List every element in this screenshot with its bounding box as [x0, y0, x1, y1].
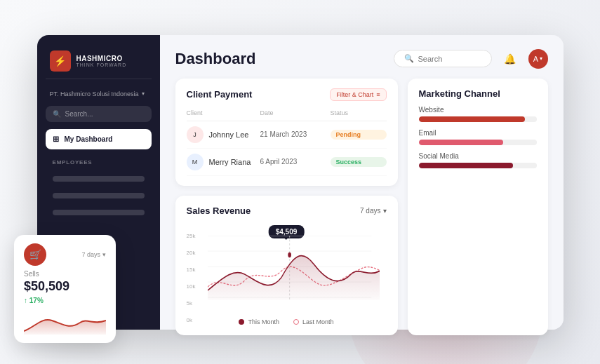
chart-legend: This Month Last Month — [187, 318, 387, 325]
nav-placeholder-3 — [53, 210, 145, 215]
marketing-header: Marketing Channel — [419, 88, 537, 99]
sales-revenue-card: Sales Revenue 7 days ▾ $4,509 — [175, 196, 398, 335]
search-icon: 🔍 — [404, 54, 414, 63]
notifications-button[interactable]: 🔔 — [500, 49, 520, 69]
channel-website-bar-bg — [419, 116, 537, 122]
client-payment-title: Client Payment — [187, 89, 253, 100]
mobile-mini-chart — [24, 310, 106, 335]
filter-chart-button[interactable]: Filter & Chart ≡ — [330, 88, 386, 101]
revenue-title: Sales Revenue — [187, 205, 251, 216]
nav-placeholder-2 — [53, 193, 145, 198]
date-1: 21 March 2023 — [260, 130, 331, 138]
logo-sub: THINK FORWARD — [76, 62, 127, 67]
logo-area: ⚡ HASHMICRO THINK FORWARD — [46, 48, 152, 79]
sidebar-search[interactable]: 🔍 Search... — [46, 106, 152, 122]
mobile-period: 7 days ▾ — [81, 251, 106, 258]
logo-text-area: HASHMICRO THINK FORWARD — [76, 55, 127, 67]
nav-section-employees: EMPLOYEES — [46, 156, 152, 167]
dashboard-wrapper: ⚡ HASHMICRO THINK FORWARD PT. Hashmicro … — [37, 35, 564, 330]
channel-email: Email — [419, 129, 537, 145]
client-cell-1: J Johnny Lee — [187, 126, 260, 143]
scene: 🛒 7 days ▾ Sells $50,509 ↑ 17% — [0, 0, 600, 364]
mobile-label: Sells — [24, 270, 106, 278]
table-row: J Johnny Lee 21 March 2023 Pending — [187, 121, 387, 149]
client-payment-header: Client Payment Filter & Chart ≡ — [187, 88, 387, 101]
channel-email-bar — [419, 140, 504, 145]
channel-website-label: Website — [419, 106, 537, 114]
channel-social: Social Media — [419, 152, 537, 168]
avatar-chevron-icon: ▾ — [540, 55, 542, 62]
col-date: Date — [260, 109, 331, 116]
nav-placeholder-1 — [53, 176, 145, 182]
chevron-down-icon: ▾ — [383, 207, 387, 215]
main-content: Dashboard 🔍 🔔 A ▾ — [160, 35, 564, 330]
channel-social-bar — [419, 163, 513, 168]
chart-area: $4,509 — [187, 222, 387, 313]
marketing-channel-card: Marketing Channel Website Email — [408, 79, 548, 335]
dashboard-grid: Client Payment Filter & Chart ≡ Client D… — [175, 79, 548, 335]
status-badge-2: Success — [331, 157, 387, 167]
date-2: 6 April 2023 — [260, 158, 331, 166]
channel-website-bar — [419, 116, 525, 122]
channel-website: Website — [419, 106, 537, 122]
revenue-chart — [208, 236, 380, 313]
sidebar-item-dashboard[interactable]: ⊞ My Dashboard — [46, 129, 152, 149]
mobile-sells-icon: 🛒 — [24, 243, 46, 266]
mobile-amount: $50,509 — [24, 279, 106, 294]
top-bar-right: 🔍 🔔 A ▾ — [394, 49, 548, 69]
col-client: Client — [187, 109, 260, 116]
client-payment-card: Client Payment Filter & Chart ≡ Client D… — [175, 79, 398, 186]
grid-icon: ⊞ — [53, 135, 59, 144]
revenue-header: Sales Revenue 7 days ▾ — [187, 205, 387, 216]
legend-this-month: This Month — [239, 318, 279, 325]
filter-icon: ≡ — [376, 91, 380, 98]
logo-main: HASHMICRO — [76, 55, 127, 62]
page-title: Dashboard — [175, 50, 256, 68]
col-status: Status — [331, 109, 387, 116]
mobile-card-header: 🛒 7 days ▾ — [24, 243, 106, 266]
days-selector[interactable]: 7 days ▾ — [360, 207, 386, 215]
table-row: M Merry Riana 6 April 2023 Success — [187, 149, 387, 176]
mobile-card: 🛒 7 days ▾ Sells $50,509 ↑ 17% — [14, 235, 116, 343]
client-cell-2: M Merry Riana — [187, 154, 260, 170]
mobile-change: ↑ 17% — [24, 297, 106, 304]
channel-email-label: Email — [419, 129, 537, 137]
company-chevron-icon: ▾ — [142, 90, 145, 97]
marketing-title: Marketing Channel — [419, 88, 500, 99]
y-labels: 25k 20k 15k 10k 5k 0k — [187, 233, 196, 324]
avatar-button[interactable]: A ▾ — [528, 49, 548, 69]
logo-icon: ⚡ — [50, 50, 71, 72]
channel-social-label: Social Media — [419, 152, 537, 160]
status-badge-1: Pending — [331, 130, 387, 140]
sidebar-item-label: My Dashboard — [65, 135, 113, 143]
avatar-johnny: J — [187, 126, 204, 143]
company-name: PT. Hashmicro Solusi Indonesia ▾ — [46, 89, 152, 99]
search-icon: 🔍 — [53, 110, 61, 118]
topbar-search[interactable]: 🔍 — [394, 50, 492, 67]
legend-last-month: Last Month — [293, 318, 334, 325]
channel-social-bar-bg — [419, 163, 537, 168]
channel-email-bar-bg — [419, 140, 537, 145]
legend-dot-this-month — [239, 319, 244, 325]
left-column: Client Payment Filter & Chart ≡ Client D… — [175, 79, 398, 335]
search-input[interactable] — [418, 55, 481, 63]
legend-dot-last-month — [293, 319, 299, 325]
svg-point-6 — [288, 252, 291, 257]
top-bar: Dashboard 🔍 🔔 A ▾ — [175, 49, 548, 69]
table-header: Client Date Status — [187, 108, 387, 121]
avatar-merry: M — [187, 154, 204, 170]
